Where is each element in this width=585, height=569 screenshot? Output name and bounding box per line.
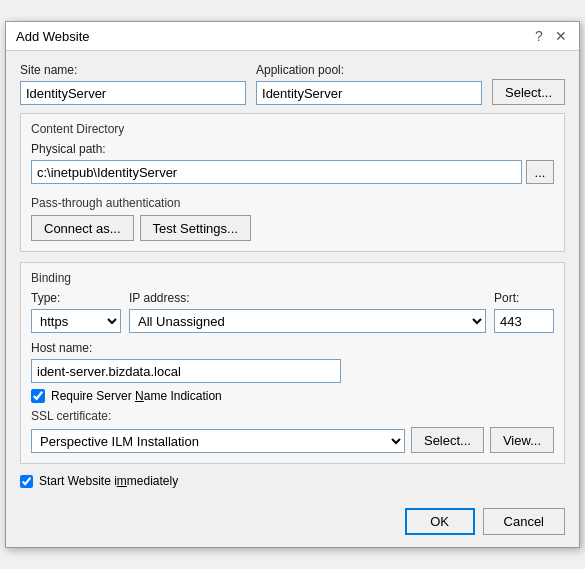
port-group: Port:	[494, 291, 554, 333]
type-group: Type: https http	[31, 291, 121, 333]
ok-cancel-row: OK Cancel	[6, 500, 579, 547]
add-website-dialog: Add Website ? ✕ Site name: Application p…	[5, 21, 580, 548]
start-website-row: Start Website immediately	[20, 474, 178, 488]
require-sni-label: Require Server Name Indication	[51, 389, 222, 403]
ssl-label: SSL certificate:	[31, 409, 554, 423]
app-pool-input[interactable]	[256, 81, 482, 105]
footer-row: Start Website immediately	[20, 474, 565, 488]
ssl-certificate-select[interactable]: Perspective ILM Installation	[31, 429, 405, 453]
dialog-title: Add Website	[16, 29, 89, 44]
passthrough-label: Pass-through authentication	[31, 196, 554, 210]
physical-path-row: ...	[31, 160, 554, 184]
require-sni-row: Require Server Name Indication	[31, 389, 554, 403]
physical-path-label: Physical path:	[31, 142, 554, 156]
binding-section-title: Binding	[31, 271, 554, 285]
hostname-label: Host name:	[31, 341, 554, 355]
start-website-label: Start Website immediately	[39, 474, 178, 488]
close-button[interactable]: ✕	[553, 28, 569, 44]
browse-button[interactable]: ...	[526, 160, 554, 184]
start-website-checkbox[interactable]	[20, 475, 33, 488]
type-select[interactable]: https http	[31, 309, 121, 333]
sni-underline-n: N	[135, 389, 144, 403]
ssl-select-group: Perspective ILM Installation	[31, 429, 405, 453]
site-name-label: Site name:	[20, 63, 246, 77]
auth-buttons: Connect as... Test Settings...	[31, 215, 554, 241]
app-pool-group: Application pool:	[256, 63, 482, 105]
hostname-group: Host name:	[31, 341, 554, 383]
port-input[interactable]	[494, 309, 554, 333]
connect-as-button[interactable]: Connect as...	[31, 215, 134, 241]
ssl-section: SSL certificate: Perspective ILM Install…	[31, 409, 554, 453]
content-directory-section: Content Directory Physical path: ... Pas…	[20, 113, 565, 252]
app-pool-select-button[interactable]: Select...	[492, 79, 565, 105]
site-name-input[interactable]	[20, 81, 246, 105]
test-settings-button[interactable]: Test Settings...	[140, 215, 251, 241]
require-sni-checkbox[interactable]	[31, 389, 45, 403]
cancel-button[interactable]: Cancel	[483, 508, 565, 535]
ssl-row: Perspective ILM Installation Select... V…	[31, 427, 554, 453]
app-pool-label: Application pool:	[256, 63, 482, 77]
hostname-input[interactable]	[31, 359, 341, 383]
ssl-view-button[interactable]: View...	[490, 427, 554, 453]
title-bar: Add Website ? ✕	[6, 22, 579, 51]
title-bar-controls: ? ✕	[531, 28, 569, 44]
start-website-underline-m: m	[117, 474, 127, 488]
port-label: Port:	[494, 291, 554, 305]
ip-group: IP address: All Unassigned	[129, 291, 486, 333]
ok-button[interactable]: OK	[405, 508, 475, 535]
binding-type-ip-port-row: Type: https http IP address: All Unassig…	[31, 291, 554, 333]
site-app-row: Site name: Application pool: Select...	[20, 63, 565, 105]
physical-path-input[interactable]	[31, 160, 522, 184]
ip-select[interactable]: All Unassigned	[129, 309, 486, 333]
content-directory-title: Content Directory	[31, 122, 554, 136]
physical-path-group: Physical path: ...	[31, 142, 554, 190]
help-button[interactable]: ?	[531, 28, 547, 44]
dialog-body: Site name: Application pool: Select... C…	[6, 51, 579, 500]
ip-label: IP address:	[129, 291, 486, 305]
site-name-group: Site name:	[20, 63, 246, 105]
ssl-select-button[interactable]: Select...	[411, 427, 484, 453]
type-label: Type:	[31, 291, 121, 305]
binding-section: Binding Type: https http IP address: All…	[20, 262, 565, 464]
